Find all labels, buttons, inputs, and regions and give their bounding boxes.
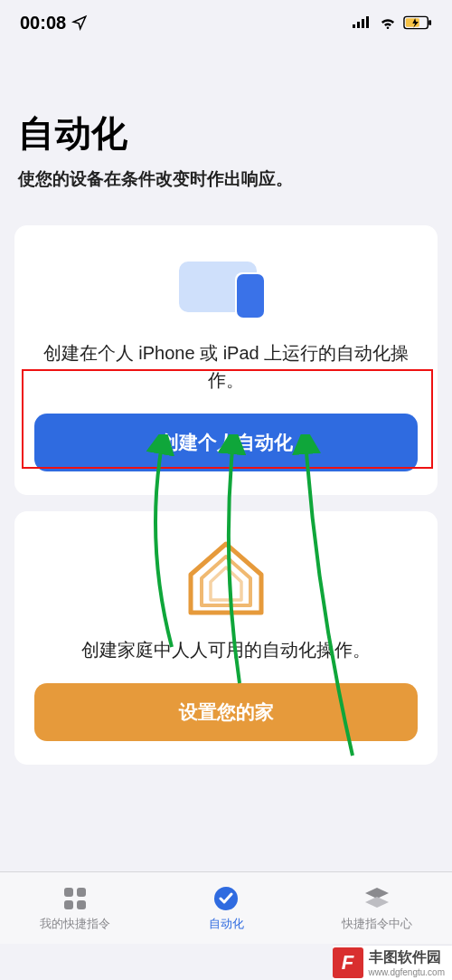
battery-charging-icon <box>403 15 432 30</box>
watermark-text: 丰图软件园 <box>369 948 446 967</box>
watermark: F 丰图软件园 www.dgfengtu.com <box>333 946 453 980</box>
tab-bar: 我的快捷指令 自动化 快捷指令中心 <box>0 871 452 944</box>
tab-label-shortcuts: 我的快捷指令 <box>40 916 110 932</box>
svg-rect-9 <box>237 274 264 318</box>
home-icon <box>34 540 418 622</box>
svg-rect-5 <box>428 20 431 25</box>
gallery-stack-icon <box>363 885 391 912</box>
home-automation-card: 创建家庭中人人可用的自动化操作。 设置您的家 <box>14 511 438 765</box>
create-personal-automation-button[interactable]: 创建个人自动化 <box>34 414 418 471</box>
cards-container: 创建在个人 iPhone 或 iPad 上运行的自动化操作。 创建个人自动化 创… <box>0 198 452 765</box>
setup-home-button[interactable]: 设置您的家 <box>34 683 418 741</box>
page-subtitle: 使您的设备在条件改变时作出响应。 <box>18 167 434 191</box>
svg-rect-1 <box>357 22 360 28</box>
wifi-icon <box>378 15 398 30</box>
page-header: 自动化 使您的设备在条件改变时作出响应。 <box>0 45 452 198</box>
svg-rect-12 <box>64 900 73 909</box>
status-left: 00:08 <box>20 13 88 33</box>
location-arrow-icon <box>71 14 88 31</box>
tab-label-automation: 自动化 <box>209 916 244 932</box>
signal-icon <box>353 15 372 30</box>
home-card-desc: 创建家庭中人人可用的自动化操作。 <box>34 636 418 663</box>
svg-rect-11 <box>77 888 86 897</box>
status-right <box>353 15 432 30</box>
svg-rect-3 <box>366 16 369 28</box>
tab-automation[interactable]: 自动化 <box>151 872 302 944</box>
watermark-badge-icon: F <box>333 947 363 978</box>
svg-rect-2 <box>362 19 364 28</box>
shortcuts-grid-icon <box>62 885 88 912</box>
tab-gallery[interactable]: 快捷指令中心 <box>301 872 452 944</box>
personal-card-desc: 创建在个人 iPhone 或 iPad 上运行的自动化操作。 <box>34 339 418 394</box>
watermark-text-wrap: 丰图软件园 www.dgfengtu.com <box>369 948 446 977</box>
automation-check-icon <box>212 885 240 912</box>
svg-rect-10 <box>64 888 73 897</box>
tab-label-gallery: 快捷指令中心 <box>342 916 412 932</box>
personal-automation-card: 创建在个人 iPhone 或 iPad 上运行的自动化操作。 创建个人自动化 <box>14 225 438 495</box>
svg-rect-13 <box>77 900 86 909</box>
status-time: 00:08 <box>20 13 66 33</box>
page-title: 自动化 <box>18 109 434 158</box>
status-bar: 00:08 <box>0 0 452 45</box>
watermark-url: www.dgfengtu.com <box>369 967 446 977</box>
devices-icon <box>34 256 418 325</box>
tab-my-shortcuts[interactable]: 我的快捷指令 <box>0 872 151 944</box>
svg-rect-0 <box>353 24 355 28</box>
